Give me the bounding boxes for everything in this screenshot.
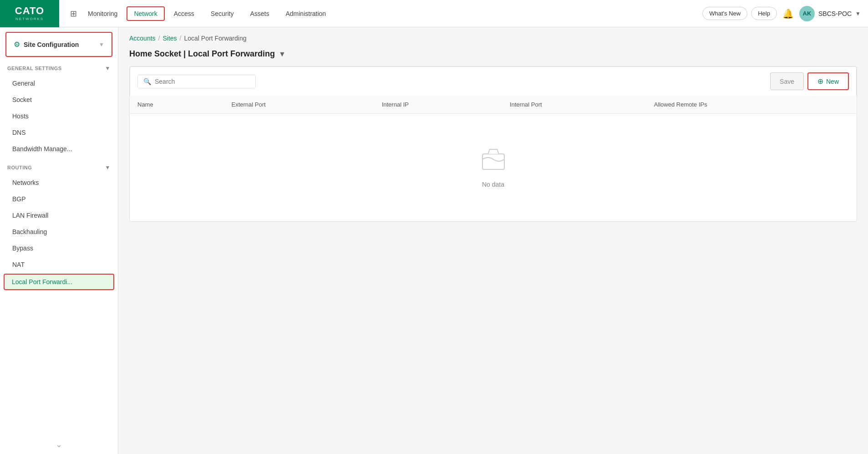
no-data-icon — [137, 147, 849, 175]
sidebar-item-lan-firewall[interactable]: LAN Firewall — [0, 207, 118, 224]
nav-access[interactable]: Access — [167, 0, 202, 27]
svg-rect-0 — [482, 154, 504, 169]
search-icon: 🔍 — [143, 78, 151, 85]
plus-icon: ⊕ — [817, 77, 823, 86]
gear-icon: ⚙ — [14, 40, 20, 49]
page-title-row: Home Socket | Local Port Forwarding ▼ — [129, 49, 857, 59]
data-table: Name External Port Internal IP Internal … — [130, 96, 857, 221]
col-internal-ip: Internal IP — [375, 96, 503, 114]
title-chevron-icon[interactable]: ▼ — [279, 50, 286, 58]
table-body: No data — [130, 114, 857, 221]
empty-state-cell: No data — [130, 114, 857, 221]
content-area: Accounts / Sites / Local Port Forwarding… — [118, 27, 868, 454]
main-layout: ⚙ Site Configuration ▼ GENERAL SETTINGS … — [0, 27, 868, 454]
nav-security[interactable]: Security — [203, 0, 241, 27]
new-button[interactable]: ⊕ New — [807, 72, 849, 90]
account-name[interactable]: SBCS-POC — [818, 10, 852, 17]
breadcrumb: Accounts / Sites / Local Port Forwarding — [129, 35, 857, 42]
general-settings-header[interactable]: GENERAL SETTINGS ▼ — [0, 61, 118, 75]
new-button-label: New — [826, 78, 839, 85]
general-settings-chevron-icon: ▼ — [105, 65, 111, 71]
save-button[interactable]: Save — [770, 72, 804, 90]
logo-name: CATO — [15, 6, 44, 16]
sidebar-item-backhauling[interactable]: Backhauling — [0, 224, 118, 240]
table-container: 🔍 Save ⊕ New Name External Port — [129, 66, 857, 222]
sidebar-item-bandwidth[interactable]: Bandwidth Manage... — [0, 141, 118, 157]
nav-administration[interactable]: Administration — [278, 0, 333, 27]
col-external-port: External Port — [224, 96, 375, 114]
logo-sub: NETWORKS — [15, 17, 44, 21]
avatar[interactable]: AK — [799, 6, 815, 21]
empty-state-row: No data — [130, 114, 857, 221]
breadcrumb-sep2: / — [180, 35, 182, 42]
toolbar-buttons: Save ⊕ New — [770, 72, 849, 90]
sidebar-item-bgp[interactable]: BGP — [0, 191, 118, 207]
sidebar-item-hosts[interactable]: Hosts — [0, 108, 118, 124]
search-box[interactable]: 🔍 — [137, 75, 256, 88]
col-name: Name — [130, 96, 224, 114]
sidebar-header-chevron-icon[interactable]: ▼ — [99, 41, 104, 48]
help-button[interactable]: Help — [751, 7, 777, 20]
routing-chevron-icon: ▼ — [105, 164, 111, 171]
sidebar-item-networks[interactable]: Networks — [0, 174, 118, 191]
grid-icon[interactable]: ⊞ — [70, 9, 77, 19]
breadcrumb-sep1: / — [158, 35, 160, 42]
sidebar-item-nat[interactable]: NAT — [0, 256, 118, 273]
table-toolbar: 🔍 Save ⊕ New — [130, 66, 857, 96]
sidebar: ⚙ Site Configuration ▼ GENERAL SETTINGS … — [0, 27, 118, 454]
scroll-indicator: ⌄ — [56, 439, 62, 449]
sidebar-item-general[interactable]: General — [0, 75, 118, 92]
sidebar-header-label: Site Configuration — [24, 41, 79, 48]
breadcrumb-sites[interactable]: Sites — [162, 35, 177, 42]
sidebar-item-local-port-forwarding[interactable]: Local Port Forwardi... — [4, 274, 114, 290]
breadcrumb-current: Local Port Forwarding — [184, 35, 247, 42]
empty-text: No data — [137, 181, 849, 188]
nav-assets[interactable]: Assets — [243, 0, 276, 27]
nav-network[interactable]: Network — [127, 6, 164, 21]
table-head: Name External Port Internal IP Internal … — [130, 96, 857, 114]
bell-icon[interactable]: 🔔 — [781, 6, 796, 21]
col-allowed-remote-ips: Allowed Remote IPs — [647, 96, 857, 114]
page-title: Home Socket | Local Port Forwarding — [129, 49, 275, 59]
empty-state: No data — [137, 119, 849, 215]
whats-new-button[interactable]: What's New — [702, 7, 747, 20]
sidebar-item-bypass[interactable]: Bypass — [0, 240, 118, 256]
routing-section: ROUTING ▼ Networks BGP LAN Firewall Back… — [0, 161, 118, 290]
table-header-row: Name External Port Internal IP Internal … — [130, 96, 857, 114]
breadcrumb-accounts[interactable]: Accounts — [129, 35, 156, 42]
nav-right: What's New Help 🔔 AK SBCS-POC ▼ — [702, 6, 861, 21]
nav-items: Monitoring Network Access Security Asset… — [81, 0, 702, 27]
routing-header[interactable]: ROUTING ▼ — [0, 161, 118, 174]
search-input[interactable] — [155, 78, 250, 85]
logo[interactable]: CATO NETWORKS — [0, 0, 59, 27]
nav-monitoring[interactable]: Monitoring — [81, 0, 125, 27]
sidebar-item-socket[interactable]: Socket — [0, 92, 118, 108]
sidebar-item-dns[interactable]: DNS — [0, 124, 118, 141]
general-settings-section: GENERAL SETTINGS ▼ General Socket Hosts … — [0, 61, 118, 157]
top-navbar: CATO NETWORKS ⊞ Monitoring Network Acces… — [0, 0, 868, 27]
col-internal-port: Internal Port — [503, 96, 647, 114]
site-configuration-header[interactable]: ⚙ Site Configuration ▼ — [5, 32, 112, 57]
account-chevron-icon[interactable]: ▼ — [855, 10, 861, 17]
